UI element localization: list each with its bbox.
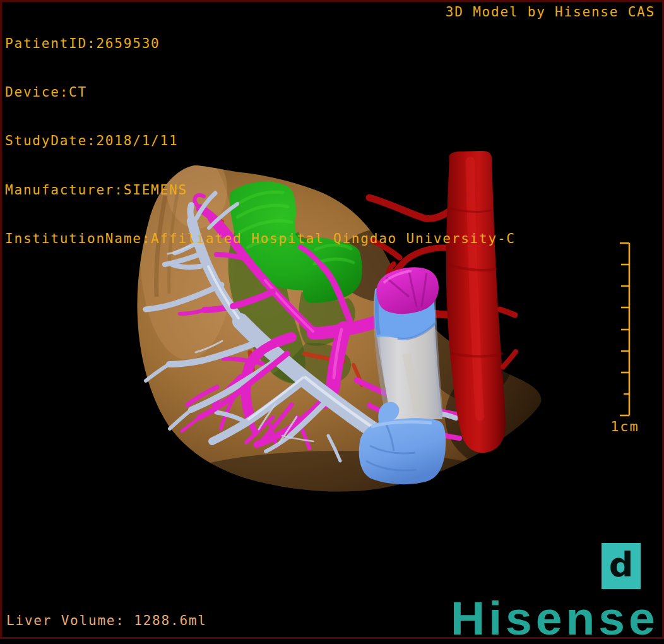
watermark-title: 3D Model by Hisense CAS <box>446 4 655 20</box>
device-line: Device:CT <box>5 85 516 101</box>
scale-bar-ticks <box>600 237 650 422</box>
viewer-app-icon: d <box>602 543 641 589</box>
viewer-window: PatientID:2659530 Device:CT StudyDate:20… <box>0 0 664 644</box>
viewer-app-icon-letter: d <box>609 548 634 582</box>
study-date-line: StudyDate:2018/1/11 <box>5 133 516 150</box>
institution-line: InstitutionName:Affiliated Hospital Qing… <box>5 231 516 247</box>
scale-bar: 1cm <box>600 237 650 424</box>
scale-label: 1cm <box>600 419 650 434</box>
liver-volume-readout: Liver Volume: 1288.6ml <box>6 613 207 628</box>
patient-info-block: PatientID:2659530 Device:CT StudyDate:20… <box>5 3 516 280</box>
hisense-logo: Hisense <box>451 591 659 644</box>
patient-id-line: PatientID:2659530 <box>5 36 516 52</box>
manufacturer-line: Manufacturer:SIEMENS <box>5 182 516 199</box>
